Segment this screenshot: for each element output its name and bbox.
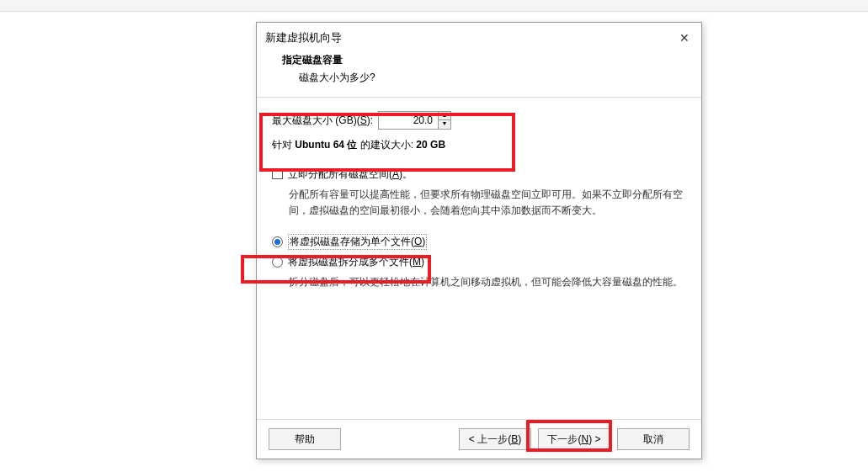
max-disk-label: 最大磁盘大小 (GB)(S):	[272, 114, 373, 128]
store-single-label: 将虚拟磁盘存储为单个文件(O)	[288, 234, 427, 250]
page-heading: 指定磁盘容量	[282, 53, 693, 67]
cancel-button[interactable]: 取消	[617, 428, 690, 450]
spinner-up-icon[interactable]: ▲	[439, 112, 450, 120]
titlebar: 新建虚拟机向导 ✕	[257, 23, 701, 51]
accelerator-key: O	[414, 236, 422, 247]
close-icon[interactable]: ✕	[676, 29, 693, 46]
spinner-buttons: ▲ ▼	[438, 112, 450, 129]
new-vm-wizard-dialog: 新建虚拟机向导 ✕ 指定磁盘容量 磁盘大小为多少? 最大磁盘大小 (GB)(S)…	[256, 22, 702, 459]
label-text: 将虚拟磁盘存储为单个文件(	[290, 236, 414, 247]
label-text: 下一步(	[547, 433, 581, 445]
os-name: Ubuntu 64 位	[295, 139, 357, 151]
allocate-now-checkbox[interactable]	[272, 168, 283, 179]
wizard-footer: 帮助 < 上一步(B) 下一步(N) > 取消	[257, 419, 701, 459]
dialog-title: 新建虚拟机向导	[265, 30, 342, 45]
label-text: 立即分配所有磁盘空间(	[288, 168, 392, 180]
label-text: ):	[367, 114, 373, 126]
store-split-label: 将虚拟磁盘拆分成多个文件(M)	[288, 255, 424, 269]
label-text: 的建议大小:	[357, 139, 416, 151]
recommended-size-row: 针对 Ubuntu 64 位 的建议大小: 20 GB	[272, 138, 686, 152]
back-button[interactable]: < 上一步(B)	[459, 428, 531, 450]
store-split-radio[interactable]	[272, 257, 283, 268]
label-text: )	[422, 236, 425, 247]
label-text: ) >	[588, 433, 600, 445]
store-split-files-row: 将虚拟磁盘拆分成多个文件(M)	[272, 255, 686, 269]
label-text: < 上一步(	[469, 433, 511, 445]
max-disk-size-row: 最大磁盘大小 (GB)(S): ▲ ▼	[272, 111, 686, 130]
page-subheading: 磁盘大小为多少?	[282, 71, 693, 85]
accelerator-key: A	[392, 168, 399, 180]
disk-size-input[interactable]	[379, 112, 438, 129]
accelerator-key: M	[413, 256, 421, 268]
next-button[interactable]: 下一步(N) >	[538, 428, 610, 450]
accelerator-key: B	[511, 433, 518, 445]
wizard-content: 最大磁盘大小 (GB)(S): ▲ ▼ 针对 Ubuntu 64 位 的建议大小…	[257, 98, 701, 419]
label-text: 将虚拟磁盘拆分成多个文件(	[288, 256, 413, 268]
store-single-radio[interactable]	[272, 236, 283, 247]
allocate-now-label: 立即分配所有磁盘空间(A)。	[288, 167, 413, 182]
allocate-description: 分配所有容量可以提高性能，但要求所有物理磁盘空间立即可用。如果不立即分配所有空间…	[289, 187, 686, 219]
label-text: )。	[399, 168, 413, 180]
radio-selected-icon	[274, 239, 280, 245]
recommended-value: 20 GB	[416, 139, 445, 151]
store-single-file-row: 将虚拟磁盘存储为单个文件(O)	[272, 234, 686, 250]
allocate-now-checkbox-row: 立即分配所有磁盘空间(A)。	[272, 167, 686, 182]
spinner-down-icon[interactable]: ▼	[439, 120, 450, 129]
label-text: 针对	[272, 139, 295, 151]
split-description: 拆分磁盘后，可以更轻松地在计算机之间移动虚拟机，但可能会降低大容量磁盘的性能。	[289, 274, 686, 290]
disk-size-spinner[interactable]: ▲ ▼	[378, 111, 451, 130]
accelerator-key: N	[581, 433, 588, 445]
label-text: )	[421, 256, 424, 268]
label-text: )	[518, 433, 521, 445]
wizard-header: 指定磁盘容量 磁盘大小为多少?	[257, 51, 701, 98]
help-button[interactable]: 帮助	[269, 428, 341, 450]
label-text: 最大磁盘大小 (GB)(	[272, 114, 360, 126]
accelerator-key: S	[360, 114, 367, 126]
